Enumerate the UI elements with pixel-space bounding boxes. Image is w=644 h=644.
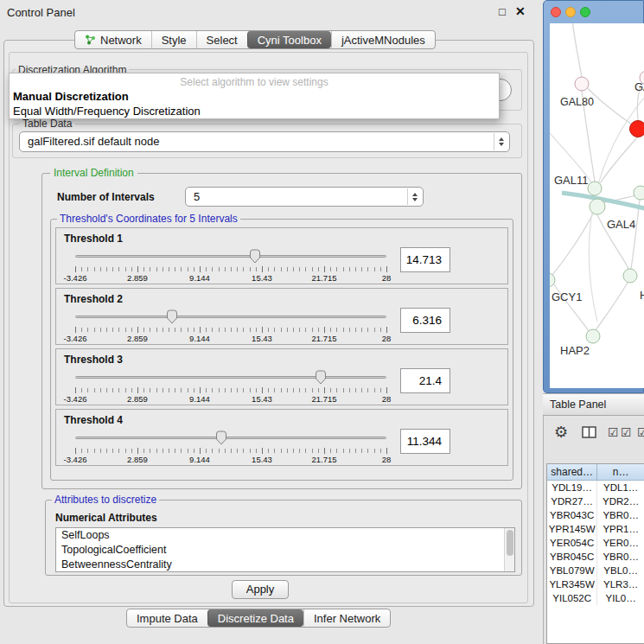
- tab-network[interactable]: Network: [75, 31, 151, 48]
- threshold-panel: Threshold 4-3.4262.8599.14415.4321.71528…: [55, 409, 508, 466]
- zoom-traffic-light[interactable]: [580, 7, 590, 17]
- network-node[interactable]: [634, 186, 644, 200]
- table-row[interactable]: YBR045CYBR0…: [547, 550, 644, 564]
- tick-label: 2.859: [127, 334, 148, 343]
- slider-thumb[interactable]: [216, 430, 227, 445]
- columns-icon[interactable]: [582, 426, 596, 442]
- combobox-stepper-icon[interactable]: [494, 133, 508, 150]
- checkbox-checked-icon[interactable]: ☑: [608, 425, 619, 439]
- bottom-tab-bar: Impute Data Discretize Data Infer Networ…: [126, 609, 391, 628]
- slider-major-tick: [75, 448, 76, 454]
- slider-track[interactable]: [75, 255, 386, 258]
- table-cell-name: YLR3…: [597, 577, 644, 591]
- tab-infer-network[interactable]: Infer Network: [303, 609, 390, 627]
- table-row[interactable]: YIL052CYIL0…: [547, 591, 644, 605]
- slider-major-tick: [262, 327, 263, 333]
- table-row[interactable]: YLR345WYLR3…: [547, 577, 644, 591]
- tab-style[interactable]: Style: [151, 31, 196, 48]
- table-panel-header: Table Panel: [543, 393, 644, 416]
- tick-label: -3.426: [64, 394, 87, 404]
- slider-major-tick: [386, 327, 387, 333]
- slider-track[interactable]: [75, 316, 386, 318]
- network-node-selected[interactable]: [630, 121, 644, 137]
- number-of-intervals-combobox[interactable]: 5: [185, 187, 424, 207]
- table-cell-name: YBL0…: [597, 564, 644, 577]
- threshold-slider[interactable]: [75, 249, 386, 265]
- threshold-panel: Threshold 2-3.4262.8599.14415.4321.71528…: [55, 288, 508, 345]
- table-cell-shared-name: YDL19…: [547, 481, 597, 494]
- apply-button[interactable]: Apply: [232, 580, 289, 599]
- threshold-value-field[interactable]: 14.713: [400, 247, 450, 272]
- network-node[interactable]: [623, 269, 637, 283]
- threshold-value-field[interactable]: 21.4: [400, 368, 450, 393]
- number-of-intervals-value: 5: [194, 190, 200, 203]
- minimize-traffic-light[interactable]: [565, 7, 576, 17]
- table-data-combobox[interactable]: galFiltered.sif default node: [19, 131, 510, 152]
- checkbox-checked-icon[interactable]: ☑: [621, 425, 632, 439]
- slider-major-tick: [200, 448, 201, 454]
- slider-major-tick: [137, 327, 138, 333]
- tick-label: 2.859: [127, 455, 148, 464]
- table-row[interactable]: YBR043CYBR0…: [547, 508, 644, 522]
- close-traffic-light[interactable]: [551, 7, 561, 17]
- scrollbar-thumb[interactable]: [507, 530, 513, 556]
- checkbox-checked-icon[interactable]: ☑: [637, 425, 644, 439]
- slider-thumb[interactable]: [316, 370, 327, 385]
- slider-major-tick: [386, 387, 387, 393]
- gear-icon[interactable]: ⚙: [554, 423, 568, 442]
- slider-major-tick: [75, 266, 76, 272]
- table-panel-body: ⚙ ☑ ☑ ☑ shared… n… YDL19…YDL1…YDR27…YDR2…: [543, 416, 644, 644]
- close-icon[interactable]: ✕: [515, 4, 526, 18]
- threshold-slider[interactable]: [75, 370, 386, 386]
- combobox-stepper-icon[interactable]: [407, 188, 422, 205]
- list-item[interactable]: TopologicalCoefficient: [56, 543, 514, 558]
- slider-tick-labels: -3.4262.8599.14415.4321.71528: [75, 394, 386, 404]
- threshold-label: Threshold 1: [64, 233, 123, 245]
- slider-major-tick: [75, 387, 76, 393]
- table-row[interactable]: YER054CYER0…: [547, 536, 644, 550]
- slider-thumb[interactable]: [166, 309, 177, 324]
- attributes-group-title: Attributes to discretize: [52, 494, 159, 506]
- threshold-slider[interactable]: [75, 430, 386, 446]
- slider-track[interactable]: [75, 376, 386, 379]
- tab-select[interactable]: Select: [196, 31, 247, 48]
- tab-impute-data[interactable]: Impute Data: [127, 609, 207, 627]
- table-row[interactable]: YDR27…YDR2…: [547, 494, 644, 508]
- algorithm-option-equal-width[interactable]: Equal Width/Frequency Discretization: [13, 105, 201, 118]
- tick-label: 28: [382, 273, 392, 283]
- network-canvas[interactable]: GAL80 GA GAL11 GAL4 GCY1 HAP2 H: [550, 23, 644, 388]
- threshold-slider[interactable]: [75, 309, 386, 325]
- column-header-name[interactable]: n…: [597, 464, 644, 481]
- slider-major-tick: [262, 266, 263, 272]
- threshold-label: Threshold 3: [64, 354, 123, 366]
- table-row[interactable]: YPR145WYPR1…: [547, 522, 644, 536]
- network-node[interactable]: [588, 182, 602, 195]
- slider-major-tick: [324, 266, 325, 272]
- list-item[interactable]: SelfLoops: [56, 528, 514, 543]
- table-row[interactable]: YDL19…YDL1…: [547, 481, 644, 494]
- tick-label: 9.144: [189, 394, 210, 404]
- slider-thumb[interactable]: [249, 249, 260, 264]
- numerical-attributes-list[interactable]: SelfLoopsTopologicalCoefficientBetweenne…: [55, 527, 515, 572]
- minimize-icon[interactable]: □: [499, 5, 506, 18]
- slider-tick-labels: -3.4262.8599.14415.4321.71528: [75, 273, 386, 283]
- table-cell-shared-name: YPR145W: [547, 522, 597, 536]
- tab-jactivemnodules[interactable]: jActiveMNodules: [331, 31, 435, 48]
- threshold-value-field[interactable]: 11.344: [400, 429, 450, 454]
- algorithm-option-manual[interactable]: Manual Discretization: [13, 90, 129, 103]
- table-row[interactable]: YBL079WYBL0…: [547, 564, 644, 577]
- list-item[interactable]: BetweennessCentrality: [56, 558, 514, 572]
- threshold-value-field[interactable]: 6.316: [400, 308, 450, 333]
- column-header-shared-name[interactable]: shared…: [547, 464, 597, 481]
- slider-track[interactable]: [75, 437, 386, 439]
- network-node[interactable]: [575, 77, 589, 91]
- tab-cyni-toolbox[interactable]: Cyni Toolbox: [247, 31, 331, 48]
- network-node[interactable]: [590, 199, 605, 214]
- slider-major-tick: [137, 448, 138, 454]
- network-node[interactable]: [586, 329, 600, 343]
- list-scrollbar[interactable]: [504, 528, 514, 571]
- table-cell-name: YBR0…: [597, 550, 644, 564]
- network-node-label: GAL80: [560, 96, 594, 108]
- table-data-group-title: Table Data: [19, 118, 75, 130]
- tab-discretize-data[interactable]: Discretize Data: [207, 609, 303, 627]
